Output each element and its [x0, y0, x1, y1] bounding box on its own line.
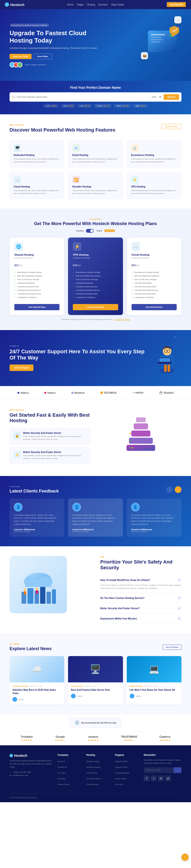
testimonials-next-btn[interactable]: ›	[175, 486, 182, 493]
support-button[interactable]: Get In Touch	[9, 365, 33, 371]
newsletter-submit-button[interactable]: →	[174, 767, 182, 773]
amazon-logo: amazon	[88, 735, 99, 738]
testimonials-prev-btn[interactable]: ‹	[166, 486, 173, 493]
hero-outline-button[interactable]: View Plans	[33, 54, 52, 59]
feature-item: Web Site Marketing Solutions	[73, 274, 118, 278]
faq-question-1: How To Install WordPress Tema On cPanel?…	[100, 578, 182, 582]
side-linkedin[interactable]: in	[1, 437, 5, 441]
nav-cta-button[interactable]: Get Started	[167, 2, 186, 7]
security-icon: 🔒	[13, 432, 21, 439]
newsletter-form: →	[144, 767, 182, 773]
domain-tld-select[interactable]: .com.net.org.io	[148, 95, 162, 98]
svg-point-39	[24, 588, 27, 591]
news-meta-2: Cloud Hosting MARCH 12, 2021	[71, 685, 120, 687]
newsletter-input[interactable]	[144, 767, 174, 773]
shared-plan-name: Shared Hosting	[14, 253, 60, 256]
vps-desc: Fully isolated private server specifical…	[131, 189, 178, 195]
capterra-logo: Capterra	[159, 735, 170, 738]
security-label: FAQ	[100, 556, 182, 558]
faq-q-text-1: How To Install WordPress Tema On cPanel?	[100, 579, 150, 582]
features-visual	[100, 414, 182, 462]
hosting-label: Best Hosting	[9, 124, 115, 126]
nav-hosting[interactable]: Hosting	[87, 3, 95, 6]
save-badge: Save 20%	[104, 229, 115, 232]
news-date-1: MARCH 12, 2021	[29, 685, 42, 687]
feature-item: Free 10 GB Drive Storage	[14, 278, 60, 281]
feature-item: Unlimited Bandwidth Add-on	[131, 288, 177, 292]
social-instagram[interactable]: in	[158, 775, 164, 781]
svg-point-28	[129, 433, 131, 434]
social-facebook[interactable]: f	[144, 775, 149, 781]
features-title: Get Started Fast & Easily With Best Host…	[9, 412, 91, 423]
domain-search-button[interactable]: Search	[163, 94, 179, 100]
footer-link-dedicated: Dedicated Server	[86, 776, 110, 780]
nav-home[interactable]: Home	[67, 3, 74, 6]
feature-item: Web Site Marketing Solutions	[14, 274, 60, 278]
cloud-plan-name: Cloud Hosting	[131, 253, 177, 256]
reseller-desc: Fully isolated private server specifical…	[72, 189, 119, 195]
nav-help[interactable]: Help Center	[111, 3, 124, 6]
vps-plan-button[interactable]: Get Started Now	[73, 304, 118, 310]
domain-input[interactable]	[17, 96, 147, 98]
feature-item: Unlimited Download Multi	[73, 292, 118, 296]
feature-speed-title: Better Security And Faster Server	[23, 451, 87, 454]
section-header: Best Hosting Discover Most Powerful Web …	[9, 124, 182, 134]
svg-rect-21	[129, 438, 153, 444]
cloud-plan-subtitle: Unlimited Bandwidth	[131, 257, 177, 259]
techbox-icon	[101, 392, 103, 394]
feature-item: Free 10 GB Drive Storage	[131, 278, 177, 281]
footer-link-vps: VPS Hosting	[86, 770, 110, 774]
pricing-title: Get The More Powerful With Hostech Websi…	[9, 221, 182, 226]
hero-primary-button[interactable]: Start For FREE	[9, 54, 32, 59]
domain-search-bar: .com.net.org.io Search	[9, 92, 182, 102]
faq-item-1[interactable]: How To Install WordPress Tema On cPanel?…	[100, 575, 182, 593]
wordpress-badge: ⓪ Recommended By WordPress.Org	[0, 714, 191, 731]
pricing-note-link[interactable]: See All Our Advice	[114, 318, 130, 320]
svg-rect-34	[28, 588, 33, 604]
news-image-1: ☁️	[9, 656, 64, 682]
faq-item-3[interactable]: Better Security And Faster Server? + Our…	[100, 603, 182, 614]
testimonials-title: Latest Clients Feedback	[9, 489, 59, 494]
testimonial-name-3: Cameron Williamson	[131, 528, 177, 531]
testimonial-avatar-3: 👤	[131, 503, 140, 512]
hosting-card-email: 📧 Email Hosting Fully isolated private s…	[68, 140, 123, 167]
side-twitter[interactable]: t	[1, 432, 5, 436]
faq-item-4[interactable]: Deployment Within Few Minutes + Our one-…	[100, 614, 182, 624]
footer-hosting-title: Hosting	[86, 754, 110, 756]
explore-button[interactable]: Explore More	[161, 124, 182, 129]
cloud-plan-button[interactable]: Get Started Now	[131, 304, 177, 310]
avatar-text: 4,000+ Happy Customers	[24, 64, 46, 66]
footer-support-links: Support Center Support Portal Knowledge …	[115, 759, 139, 786]
social-twitter[interactable]: t	[151, 775, 157, 781]
billing-toggle[interactable]	[86, 229, 93, 233]
avatar-3	[17, 62, 23, 67]
pricing-header: Pricing Plans Get The More Powerful With…	[9, 218, 182, 233]
search-icon	[12, 95, 15, 99]
quote-icon-1: "	[58, 514, 60, 521]
features-section: Best Hosting Get Started Fast & Easily W…	[0, 399, 191, 476]
shared-plan-button[interactable]: Get Started Now	[14, 304, 60, 310]
see-all-news-button[interactable]: See All News	[163, 645, 182, 650]
hero-avatars: 4,000+ Happy Customers	[9, 62, 110, 67]
pricing-label: Pricing Plans	[9, 218, 182, 220]
side-facebook[interactable]: f	[1, 427, 5, 431]
plan-vps: ⚡ VPS Hosting Unlimited Bandwidth $39/mo…	[68, 238, 123, 315]
feature-speed: ⚡ Better Security And Faster Server Full…	[9, 447, 91, 464]
news-title-1: Attentive Way Born In 2015 Help Sales Te…	[12, 688, 61, 695]
feature-item: 2 Individual IP Address	[73, 296, 118, 299]
trustpilot-stars: ★★★★★	[21, 739, 33, 741]
news-author-name-1: Admin	[18, 699, 24, 701]
footer-newsletter-title: Newsletter	[144, 754, 182, 756]
nav-pages[interactable]: Pages	[77, 3, 83, 6]
hosting-section: Best Hosting Discover Most Powerful Web …	[0, 114, 191, 209]
feature-item: Free 10 GB Drive Storage	[73, 278, 118, 281]
footer-email: ✉ info@hostech.com	[9, 774, 53, 776]
social-youtube[interactable]: yt	[165, 775, 171, 781]
nav-domains[interactable]: Domains	[99, 3, 108, 6]
footer-brand: Hostech Get the best hosting solutions a…	[9, 754, 53, 787]
hosting-card-dedicated: 🖥️ Dedicated Hosting Fully isolated priv…	[9, 140, 64, 167]
testimonial-2: 👤 " Consectetur adipiscing elit. Integer…	[68, 498, 123, 537]
support-title: 24/7 Customer Support Here To Assist You…	[9, 348, 146, 361]
faq-item-2[interactable]: Do You Have Custom Hosting Service? + Ye…	[100, 593, 182, 603]
hosting-card-vps: ⚡ VPS Hosting Fully isolated private ser…	[127, 172, 182, 199]
